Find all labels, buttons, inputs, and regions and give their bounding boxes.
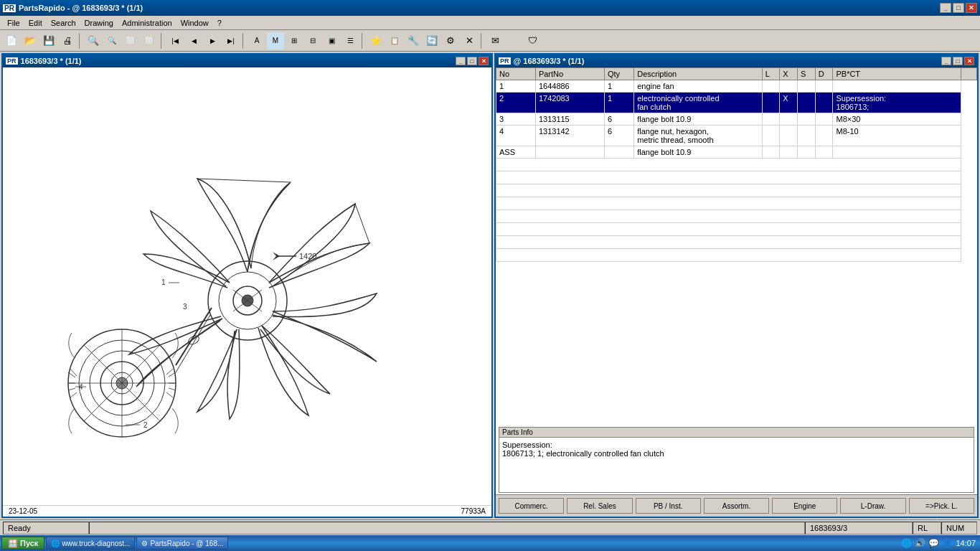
cell-qty: [605, 146, 634, 159]
menu-administration[interactable]: Administration: [118, 17, 176, 29]
tb-grid[interactable]: ⊟: [304, 32, 321, 50]
status-part-number: 1683693/3: [810, 524, 847, 532]
drawing-number: 77933A: [461, 507, 486, 515]
table-row[interactable]: 3 1313115 6 flange bolt 10.9 M8×30: [496, 113, 977, 126]
col-desc: Description: [634, 68, 762, 80]
tb-last[interactable]: ▶|: [222, 32, 240, 50]
svg-text:1: 1: [161, 278, 166, 286]
btn-pb-inst[interactable]: PB / Inst.: [636, 498, 701, 514]
parts-table-container[interactable]: No PartNo Qty Description L X S D PB*CT: [496, 67, 977, 425]
parts-minimize-btn[interactable]: _: [941, 57, 951, 65]
drawing-maximize-btn[interactable]: □: [467, 57, 477, 65]
tb-blank[interactable]: [505, 32, 522, 50]
tb-star[interactable]: ⭐: [367, 32, 385, 50]
tb-text1[interactable]: A: [248, 32, 265, 50]
tb-btn4[interactable]: ⬜: [141, 32, 158, 50]
tb-first[interactable]: |◀: [166, 32, 184, 50]
cell-x: [780, 113, 798, 126]
cell-d: [815, 146, 833, 159]
app-title-bar: PR PartsRapido - @ 1683693/3 * (1/1) _ □…: [0, 0, 980, 16]
cell-no: 3: [496, 113, 536, 126]
menu-file[interactable]: File: [3, 17, 24, 29]
tb-paste[interactable]: 📋: [386, 32, 403, 50]
tb-parts[interactable]: ▣: [323, 32, 340, 50]
col-s: S: [798, 68, 816, 80]
cell-d: [815, 80, 833, 93]
parts-maximize-btn[interactable]: □: [953, 57, 963, 65]
tb-shield[interactable]: 🛡: [524, 32, 541, 50]
parts-info-text-line1: Supersession:: [502, 441, 971, 449]
tb-btn3[interactable]: ⬜: [122, 32, 139, 50]
cell-d: [815, 126, 833, 146]
taskbar-time: 14:07: [956, 539, 976, 547]
btn-rel-sales[interactable]: Rel. Sales: [567, 498, 632, 514]
tb-new[interactable]: 📄: [3, 32, 20, 50]
parts-close-btn[interactable]: ✕: [964, 57, 974, 65]
start-button[interactable]: 🪟 Пуск: [1, 537, 44, 550]
table-row-empty: [496, 171, 977, 184]
cell-no: ASS: [496, 146, 536, 159]
parts-table: No PartNo Qty Description L X S D PB*CT: [496, 67, 977, 262]
btn-l-draw[interactable]: L-Draw.: [840, 498, 905, 514]
tb-close[interactable]: ✕: [461, 32, 478, 50]
menu-window[interactable]: Window: [176, 17, 213, 29]
tb-open[interactable]: 📂: [22, 32, 39, 50]
tb-email[interactable]: ✉: [486, 32, 504, 50]
table-row[interactable]: ASS flange bolt 10.9: [496, 146, 977, 159]
tb-wrench[interactable]: 🔧: [405, 32, 422, 50]
btn-assortm[interactable]: Assortm.: [704, 498, 769, 514]
svg-line-27: [176, 315, 210, 372]
menu-edit[interactable]: Edit: [24, 17, 47, 29]
cell-partno: 1742083: [535, 93, 604, 113]
tb-save[interactable]: 💾: [40, 32, 57, 50]
status-bar: Ready 1683693/3 RL NUM: [0, 519, 980, 535]
cell-d: [815, 113, 833, 126]
tb-next[interactable]: ▶: [204, 32, 221, 50]
cell-x: [780, 146, 798, 159]
app-minimize-btn[interactable]: _: [940, 3, 951, 13]
browser-icon: 🌐: [51, 540, 60, 547]
drawing-window-icon: PR: [6, 57, 18, 65]
parts-action-buttons: Commerc. Rel. Sales PB / Inst. Assortm. …: [496, 494, 977, 517]
cell-l: [762, 146, 780, 159]
taskbar-item-partsrapido[interactable]: ⚙ PartsRapido - @ 168...: [136, 537, 228, 550]
cell-l: [762, 113, 780, 126]
cell-pbct: M8-10: [833, 126, 961, 146]
menu-drawing[interactable]: Drawing: [80, 17, 118, 29]
app-maximize-btn[interactable]: □: [953, 3, 964, 13]
svg-text:1420: 1420: [299, 252, 316, 260]
tb-search2[interactable]: 🔍: [103, 32, 121, 50]
tb-search1[interactable]: 🔍: [85, 32, 102, 50]
cell-qty: 6: [605, 126, 634, 146]
menu-help[interactable]: ?: [213, 17, 226, 29]
cell-s: [798, 146, 816, 159]
tb-list[interactable]: ☰: [341, 32, 359, 50]
btn-commerc[interactable]: Commerc.: [499, 498, 564, 514]
drawing-close-btn[interactable]: ✕: [479, 57, 489, 65]
table-row-empty: [496, 159, 977, 171]
partsrapido-label: PartsRapido - @ 168...: [150, 540, 223, 547]
taskbar-item-browser[interactable]: 🌐 www.truck-diagnost...: [46, 537, 135, 550]
taskbar-tray: 🌐 🔊 💬 👤 14:07: [898, 538, 979, 548]
cell-desc: flange nut, hexagon,metric thread, smoot…: [634, 126, 762, 146]
drawing-minimize-btn[interactable]: _: [456, 57, 466, 65]
tb-cross[interactable]: ⊞: [286, 32, 303, 50]
parts-window: PR @ 1683693/3 * (1/1) _ □ ✕ No PartNo Q…: [494, 53, 979, 518]
app-close-btn[interactable]: ✕: [966, 3, 977, 13]
table-row-selected[interactable]: 2 1742083 1 electronically controlledfan…: [496, 93, 977, 113]
table-row[interactable]: 4 1313142 6 flange nut, hexagon,metric t…: [496, 126, 977, 146]
toolbar: 📄 📂 💾 🖨 🔍 🔍 ⬜ ⬜ |◀ ◀ ▶ ▶| A M ⊞ ⊟ ▣ ☰ ⭐ …: [0, 30, 980, 52]
tb-text2[interactable]: M: [267, 32, 284, 50]
svg-line-24: [169, 388, 176, 390]
svg-text:3: 3: [183, 303, 187, 311]
btn-engine[interactable]: Engine: [772, 498, 837, 514]
table-row[interactable]: 1 1644886 1 engine fan: [496, 80, 977, 93]
drawing-canvas[interactable]: 1420 1 2 3 4: [3, 67, 491, 505]
menu-search[interactable]: Search: [47, 17, 80, 29]
tb-prev[interactable]: ◀: [185, 32, 202, 50]
tb-print[interactable]: 🖨: [59, 32, 76, 50]
tb-settings[interactable]: ⚙: [442, 32, 459, 50]
tb-refresh[interactable]: 🔄: [423, 32, 440, 50]
table-row-empty: [496, 223, 977, 236]
btn-pick-l[interactable]: =>Pick. L.: [909, 498, 974, 514]
